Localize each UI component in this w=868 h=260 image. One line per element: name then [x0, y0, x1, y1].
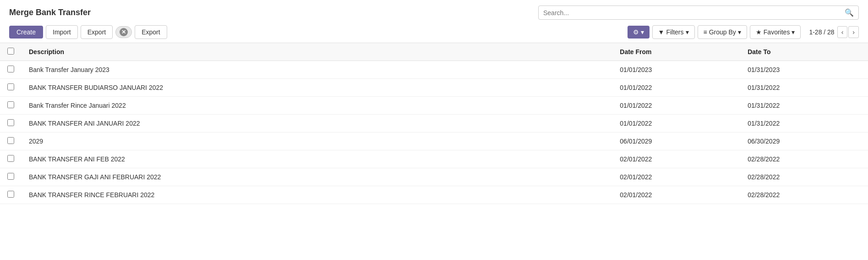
- favorites-dropdown-icon: ▾: [792, 28, 795, 36]
- cell-description: BANK TRANSFER GAJI ANI FEBRUARI 2022: [22, 168, 612, 186]
- export-button-1[interactable]: Export: [81, 25, 113, 39]
- export-button-2[interactable]: Export: [135, 25, 167, 39]
- table-row[interactable]: Bank Transfer Rince Januari 202201/01/20…: [0, 97, 868, 115]
- row-checkbox-5[interactable]: [7, 155, 14, 162]
- cell-date-from: 02/01/2022: [612, 168, 740, 186]
- row-checkbox-cell: [0, 79, 22, 97]
- row-checkbox-1[interactable]: [7, 83, 14, 90]
- row-checkbox-2[interactable]: [7, 101, 14, 108]
- row-checkbox-0[interactable]: [7, 66, 14, 72]
- cell-description: 2029: [22, 133, 612, 150]
- filter-icon: ▼: [658, 28, 665, 36]
- filters-dropdown-icon: ▾: [686, 28, 689, 36]
- cell-date-to: 01/31/2022: [740, 97, 868, 115]
- filters-label: Filters: [666, 28, 683, 36]
- pagination-info: 1-28 / 28: [809, 28, 834, 36]
- cell-date-to: 02/28/2022: [740, 150, 868, 168]
- row-checkbox-3[interactable]: [7, 119, 14, 126]
- cell-date-from: 01/01/2022: [612, 97, 740, 115]
- row-checkbox-cell: [0, 133, 22, 150]
- cell-date-to: 01/31/2023: [740, 61, 868, 79]
- row-checkbox-cell: [0, 97, 22, 115]
- pagination-arrows: ‹ ›: [837, 26, 859, 38]
- filters-button[interactable]: ▼ Filters ▾: [652, 25, 695, 39]
- create-button[interactable]: Create: [9, 26, 43, 39]
- cell-date-from: 01/01/2023: [612, 61, 740, 79]
- row-checkbox-cell: [0, 186, 22, 204]
- cell-description: BANK TRANSFER BUDIARSO JANUARI 2022: [22, 79, 612, 97]
- table-row[interactable]: Bank Transfer January 202301/01/202301/3…: [0, 61, 868, 79]
- toggle-button[interactable]: ✕: [115, 26, 132, 38]
- row-checkbox-cell: [0, 115, 22, 133]
- row-checkbox-cell: [0, 168, 22, 186]
- groupby-dropdown-icon: ▾: [738, 28, 741, 36]
- row-checkbox-7[interactable]: [7, 191, 14, 198]
- cell-description: BANK TRANSFER ANI JANUARI 2022: [22, 115, 612, 133]
- header: Merge Bank Transfer 🔍: [0, 0, 868, 23]
- row-checkbox-4[interactable]: [7, 137, 14, 144]
- search-bar: 🔍: [538, 6, 859, 20]
- select-all-checkbox[interactable]: [7, 48, 14, 55]
- cell-date-from: 01/01/2022: [612, 79, 740, 97]
- import-button[interactable]: Import: [46, 25, 78, 39]
- table-header-row: Description Date From Date To: [0, 43, 868, 61]
- col-header-date-from: Date From: [612, 43, 740, 61]
- groupby-label: Group By: [709, 28, 736, 36]
- table-row[interactable]: BANK TRANSFER RINCE FEBRUARI 202202/01/2…: [0, 186, 868, 204]
- page-title: Merge Bank Transfer: [9, 8, 91, 17]
- select-all-cell: [0, 43, 22, 61]
- pagination-next-button[interactable]: ›: [848, 26, 859, 38]
- favorites-button[interactable]: ★ Favorites ▾: [750, 25, 801, 39]
- table-container: Description Date From Date To Bank Trans…: [0, 43, 868, 204]
- cell-date-to: 01/31/2022: [740, 115, 868, 133]
- table-row[interactable]: BANK TRANSFER GAJI ANI FEBRUARI 202202/0…: [0, 168, 868, 186]
- cell-date-to: 06/30/2029: [740, 133, 868, 150]
- table-row[interactable]: BANK TRANSFER ANI JANUARI 202201/01/2022…: [0, 115, 868, 133]
- data-table: Description Date From Date To Bank Trans…: [0, 43, 868, 204]
- pagination-prev-button[interactable]: ‹: [837, 26, 848, 38]
- search-input[interactable]: [543, 9, 842, 17]
- gear-button[interactable]: ⚙ ▾: [628, 26, 650, 39]
- table-row[interactable]: 202906/01/202906/30/2029: [0, 133, 868, 150]
- row-checkbox-6[interactable]: [7, 173, 14, 180]
- row-checkbox-cell: [0, 150, 22, 168]
- cell-date-from: 02/01/2022: [612, 186, 740, 204]
- cell-date-to: 02/28/2022: [740, 168, 868, 186]
- table-row[interactable]: BANK TRANSFER BUDIARSO JANUARI 202201/01…: [0, 79, 868, 97]
- cell-description: Bank Transfer Rince Januari 2022: [22, 97, 612, 115]
- search-button[interactable]: 🔍: [845, 8, 854, 17]
- cell-description: BANK TRANSFER ANI FEB 2022: [22, 150, 612, 168]
- gear-dropdown-icon: ▾: [641, 28, 644, 36]
- cell-date-from: 01/01/2022: [612, 115, 740, 133]
- cell-date-to: 01/31/2022: [740, 79, 868, 97]
- col-header-description: Description: [22, 43, 612, 61]
- cell-date-to: 02/28/2022: [740, 186, 868, 204]
- groupby-button[interactable]: ≡ Group By ▾: [698, 25, 747, 39]
- cell-description: Bank Transfer January 2023: [22, 61, 612, 79]
- groupby-icon: ≡: [704, 28, 707, 36]
- favorites-star-icon: ★: [756, 28, 762, 36]
- cell-description: BANK TRANSFER RINCE FEBRUARI 2022: [22, 186, 612, 204]
- cell-date-from: 02/01/2022: [612, 150, 740, 168]
- table-row[interactable]: BANK TRANSFER ANI FEB 202202/01/202202/2…: [0, 150, 868, 168]
- cell-date-from: 06/01/2029: [612, 133, 740, 150]
- gear-icon: ⚙: [633, 28, 639, 36]
- row-checkbox-cell: [0, 61, 22, 79]
- toolbar: Create Import Export ✕ Export ⚙ ▾ ▼ Filt…: [0, 23, 868, 43]
- col-header-date-to: Date To: [740, 43, 868, 61]
- favorites-label: Favorites: [764, 28, 790, 36]
- toggle-circle-icon: ✕: [120, 28, 128, 36]
